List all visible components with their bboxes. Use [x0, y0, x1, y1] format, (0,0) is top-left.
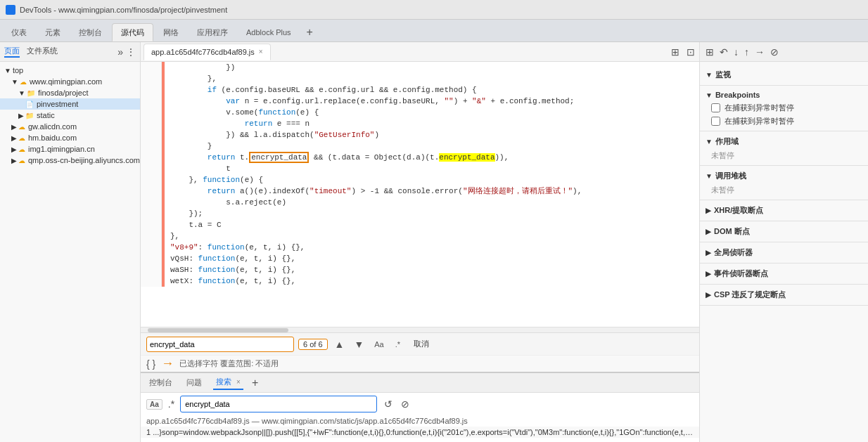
rp-csp-label: CSP 违反了规定断点 — [714, 290, 786, 300]
rp-section-watch-header[interactable]: ▼ 监视 — [700, 67, 868, 82]
tree-item-baidu[interactable]: ▶ ☁ hm.baidu.com — [0, 132, 140, 143]
rp-section-cs-header[interactable]: ▼ 调用堆栈 — [700, 169, 868, 183]
rp-cs-label: 调用堆栈 — [715, 171, 746, 181]
bottom-result-code[interactable]: 1 ...}sonp=window.webpackJsonp||[]).push… — [141, 427, 699, 438]
tree-label-pinvestment: pinvestment — [37, 100, 78, 108]
rp-global-arrow: ▶ — [706, 249, 711, 256]
tree-item-pinvestment[interactable]: 📄 pinvestment — [0, 98, 140, 110]
rp-section-xhr-header[interactable]: ▶ XHR/提取断点 — [700, 203, 868, 218]
bottom-tab-search-close[interactable]: × — [236, 378, 241, 386]
h-scrollbar[interactable] — [141, 327, 699, 332]
right-panel-toolbar: ⊞ ↶ ↓ ↑ → ⊘ — [700, 42, 868, 62]
bottom-refresh-button[interactable]: ↺ — [383, 397, 394, 411]
find-count-badge: 6 of 6 — [298, 339, 328, 350]
find-next-button[interactable]: ▼ — [351, 337, 366, 351]
tree-item-project[interactable]: ▼ 📁 finosda/project — [0, 87, 140, 98]
code-line-13: s.a.reject(e) — [141, 197, 699, 208]
rp-csp-arrow: ▶ — [706, 291, 711, 299]
rp-section-csp: ▶ CSP 违反了规定断点 — [700, 285, 868, 306]
sidebar-chevron[interactable]: » — [117, 46, 123, 58]
rp-section-bp-header[interactable]: ▼ Breakpoints — [700, 89, 868, 101]
rp-bp-checkbox2[interactable] — [711, 117, 720, 126]
rp-step-out-icon[interactable]: ↑ — [744, 46, 749, 58]
code-line-15: t.a = C — [141, 219, 699, 230]
rp-step-over-icon[interactable]: ↶ — [720, 46, 728, 58]
tree-item-img1[interactable]: ▶ ☁ img1.qimingpian.cn — [0, 143, 140, 155]
rp-section-watch: ▼ 监视 — [700, 65, 868, 86]
tree-item-static[interactable]: ▶ 📁 static — [0, 110, 140, 121]
find-cancel-button[interactable]: 取消 — [408, 338, 435, 350]
cloud-icon-img1: ☁ — [18, 145, 25, 153]
rp-section-csp-header[interactable]: ▶ CSP 违反了规定断点 — [700, 287, 868, 302]
file-tab-close[interactable]: × — [259, 48, 263, 56]
tab-sources[interactable]: 源代码 — [112, 23, 153, 41]
bottom-add-tab-button[interactable]: + — [252, 377, 258, 389]
find-bar: 6 of 6 ▲ ▼ Aa .* 取消 — [141, 332, 699, 355]
tree-item-domain[interactable]: ▼ ☁ www.qimingpian.com — [0, 76, 140, 87]
format-icon[interactable]: ⊞ — [670, 45, 681, 59]
bracket-icon[interactable]: { } — [146, 358, 155, 370]
rp-step-into-icon[interactable]: ↓ — [734, 46, 739, 58]
rp-section-global: ▶ 全局侦听器 — [700, 242, 868, 264]
bottom-tab-search[interactable]: 搜索 × — [213, 375, 243, 390]
sidebar-tab-page[interactable]: 页面 — [4, 46, 20, 58]
rp-bp-checkbox1[interactable] — [711, 103, 720, 112]
tree-item-alicdn[interactable]: ▶ ☁ gw.alicdn.com — [0, 121, 140, 132]
code-line-11: }, function(e) { — [141, 174, 699, 186]
rp-section-scope-header[interactable]: ▼ 作用域 — [700, 134, 868, 149]
rp-step-icon[interactable]: → — [755, 46, 765, 58]
bottom-search-input[interactable] — [185, 400, 372, 408]
code-line-6: return e === n — [141, 118, 699, 129]
rp-scope-label: 作用域 — [715, 136, 739, 147]
rp-section-event-header[interactable]: ▶ 事件侦听器断点 — [700, 266, 868, 281]
code-editor[interactable]: }) }, if (e.config.baseURL && e.config.u… — [141, 62, 699, 327]
rp-section-dom-header[interactable]: ▶ DOM 断点 — [700, 224, 868, 239]
bottom-aa-button[interactable]: Aa — [146, 399, 162, 410]
bottom-result-path[interactable]: app.a1c65d4fc776cdb4af89.js — www.qiming… — [141, 415, 699, 427]
dock-icon[interactable]: ⊡ — [685, 45, 696, 59]
title-bar: DevTools - www.qimingpian.com/finosda/pr… — [0, 0, 868, 20]
cloud-icon: ☁ — [20, 78, 27, 86]
cloud-icon-qmp: ☁ — [18, 157, 25, 164]
bottom-tab-issues[interactable]: 问题 — [184, 376, 205, 389]
bottom-tab-console[interactable]: 控制台 — [146, 376, 175, 389]
tree-arrow-qmp: ▶ — [11, 157, 17, 164]
rp-dom-label: DOM 断点 — [714, 226, 750, 237]
tree-item-top[interactable]: ▼ top — [0, 65, 140, 76]
tab-console[interactable]: 控制台 — [70, 23, 110, 41]
arrow-right-icon[interactable]: → — [161, 356, 174, 371]
rp-scope-content: 未暂停 — [700, 149, 868, 162]
add-tab-button[interactable]: + — [301, 23, 319, 41]
rp-deactivate-icon[interactable]: ⊘ — [770, 46, 779, 58]
tab-dashboard[interactable]: 仪表 — [3, 23, 35, 41]
tab-network[interactable]: 网络 — [155, 23, 187, 41]
code-line-20: wetX: function(e, t, i) {}, — [141, 275, 699, 287]
sidebar-tab-filesystem[interactable]: 文件系统 — [27, 46, 58, 58]
content-area: app.a1c65d4fc776cdb4af89.js × ⊞ ⊡ }) — [141, 42, 699, 442]
rp-watch-arrow: ▼ — [706, 71, 713, 79]
tab-elements[interactable]: 元素 — [37, 23, 69, 41]
tree-label-top: top — [13, 66, 23, 74]
rp-section-global-header[interactable]: ▶ 全局侦听器 — [700, 245, 868, 260]
find-match-case-button[interactable]: Aa — [371, 339, 387, 350]
rp-pause-icon[interactable]: ⊞ — [706, 46, 714, 58]
file-tab-main[interactable]: app.a1c65d4fc776cdb4af89.js × — [143, 44, 271, 60]
bottom-clear-button[interactable]: ⊘ — [400, 397, 411, 411]
code-line-14: }); — [141, 208, 699, 219]
tree-arrow-project: ▼ — [18, 89, 25, 97]
sidebar-more-icon[interactable]: ⋮ — [126, 46, 136, 58]
tree-label-img1: img1.qimingpian.cn — [28, 145, 95, 153]
tab-adblock[interactable]: Adblock Plus — [238, 23, 300, 41]
find-prev-button[interactable]: ▲ — [332, 337, 347, 351]
sidebar: 页面 文件系统 » ⋮ ▼ top ▼ ☁ www.qimingpian.com… — [0, 42, 141, 442]
code-line-9: return t.encrypt_data && (t.data = Objec… — [141, 152, 699, 163]
tree-label-domain: www.qimingpian.com — [30, 77, 102, 86]
bottom-regex-button[interactable]: .* — [168, 398, 174, 410]
rp-bp-label: Breakpoints — [715, 91, 760, 99]
tree-item-qmp[interactable]: ▶ ☁ qmp.oss-cn-beijing.aliyuncs.com — [0, 155, 140, 166]
h-scrollbar-thumb[interactable] — [148, 328, 288, 332]
rp-section-event: ▶ 事件侦听器断点 — [700, 264, 868, 285]
tab-application[interactable]: 应用程序 — [189, 23, 236, 41]
find-input[interactable] — [150, 340, 291, 349]
find-regex-button[interactable]: .* — [392, 339, 404, 350]
